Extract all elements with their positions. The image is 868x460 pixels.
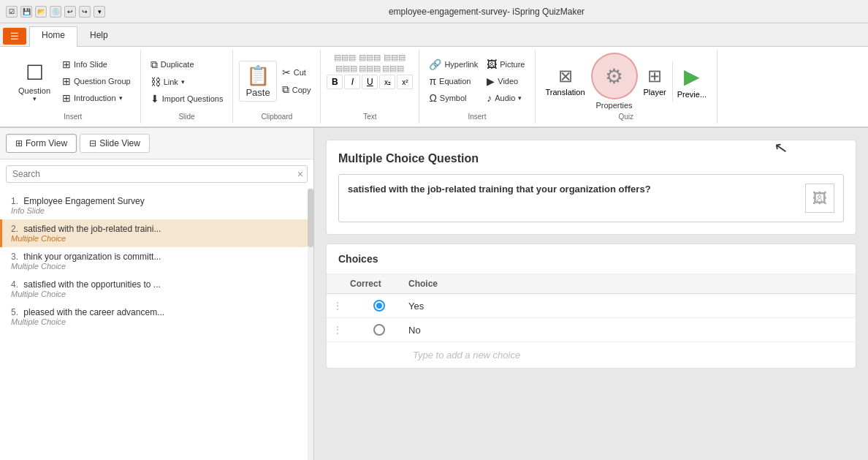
slide-items-col: ⧉ Duplicate ⛓ Link ▾ ⬇ Import Questions <box>147 56 227 107</box>
checkbox-icon[interactable]: ☑ <box>6 6 18 18</box>
radio-no[interactable] <box>373 324 385 336</box>
import-label: Import Questions <box>162 94 224 103</box>
underline-button[interactable]: U <box>362 75 378 89</box>
bold-button[interactable]: B <box>327 75 343 89</box>
paste-button[interactable]: 📋 Paste <box>239 61 276 102</box>
properties-label: Properties <box>595 101 632 110</box>
cut-button[interactable]: ✂ Cut <box>278 64 315 80</box>
slide-item-3[interactable]: 3. think your organization is committ...… <box>0 247 313 275</box>
quiz-group-content: ⊠ Translation ⚙ Properties ⊞ Player <box>541 53 712 110</box>
preview-button[interactable]: ▶ Previe... <box>672 61 711 102</box>
title-bar-controls: ☑ 💾 📂 💿 ↩ ↪ ▾ <box>6 6 105 18</box>
choices-header-drag <box>332 279 350 289</box>
slide-group-label: Slide <box>147 110 227 121</box>
add-choice-placeholder: Type to add a new choice <box>413 350 520 361</box>
import-questions-button[interactable]: ⬇ Import Questions <box>147 91 227 107</box>
search-clear-icon[interactable]: × <box>297 168 303 180</box>
clipboard-group-content: 📋 Paste ✂ Cut ⧉ Copy <box>239 53 314 110</box>
ribbon-group-clipboard: 📋 Paste ✂ Cut ⧉ Copy Clipboard <box>233 50 321 124</box>
question-group-icon: ⊞ <box>62 75 71 87</box>
disk-icon[interactable]: 💿 <box>50 6 61 18</box>
audio-label: Audio <box>495 94 515 102</box>
quiz-group-label: Quiz <box>541 110 712 121</box>
scrollbar-track <box>308 189 313 460</box>
question-group-label: Question Group <box>74 77 131 86</box>
drag-handle-no[interactable]: ⋮ <box>332 324 350 336</box>
radio-yes[interactable] <box>373 300 385 312</box>
add-choice-row[interactable]: Type to add a new choice <box>327 342 856 368</box>
tab-home[interactable]: Home <box>29 26 77 47</box>
video-button[interactable]: ▶ Video <box>483 73 528 89</box>
form-view-button[interactable]: ⊞ Form View <box>6 134 77 153</box>
equation-label: Equation <box>439 77 471 86</box>
slide-view-button[interactable]: ⊟ Slide View <box>80 134 150 153</box>
insert-media-col: 🔗 Hyperlink π Equation Ω Symbol <box>425 56 481 106</box>
tab-menu[interactable]: ☰ <box>3 28 26 45</box>
audio-dropdown-icon: ▾ <box>518 94 522 102</box>
slide-item-4[interactable]: 4. satisfied with the opportunities to .… <box>0 275 313 303</box>
search-input[interactable] <box>6 165 308 183</box>
info-slide-button[interactable]: ⊞ Info Slide <box>58 56 134 72</box>
ribbon-content: ☐ Question ▾ ⊞ Info Slide ⊞ Question Gro… <box>0 47 868 127</box>
introduction-label: Introduction <box>74 94 115 102</box>
correct-cell-yes[interactable] <box>350 300 408 312</box>
drag-handle-yes[interactable]: ⋮ <box>332 300 350 312</box>
slide-item-2[interactable]: 2. satisfied with the job-related traini… <box>0 219 313 247</box>
main-layout: ⊞ Form View ⊟ Slide View × 1. Employee E… <box>0 128 868 460</box>
image-icon: 🖼 <box>812 190 827 207</box>
scrollbar-thumb[interactable] <box>308 189 313 247</box>
slide-item-5[interactable]: 5. pleased with the career advancem... M… <box>0 303 313 331</box>
slide-item-1[interactable]: 1. Employee Engagement Survey Info Slide <box>0 192 313 219</box>
introduction-dropdown-icon: ▾ <box>119 94 123 102</box>
duplicate-button[interactable]: ⧉ Duplicate <box>147 56 227 73</box>
introduction-button[interactable]: ⊞ Introduction ▾ <box>58 90 134 106</box>
slide-num-1: 1. <box>11 196 18 206</box>
choices-header: Correct Choice <box>327 274 856 294</box>
question-icon: ☐ <box>26 61 44 85</box>
question-button[interactable]: ☐ Question ▾ <box>12 57 57 106</box>
link-button[interactable]: ⛓ Link ▾ <box>147 74 227 90</box>
redo-icon[interactable]: ↪ <box>79 6 91 18</box>
italic-button[interactable]: I <box>344 75 360 89</box>
properties-button[interactable]: ⚙ Properties <box>591 53 638 110</box>
subscript-button[interactable]: x₂ <box>379 75 395 89</box>
question-group-button[interactable]: ⊞ Question Group <box>58 73 134 89</box>
slide-subtitle-4: Multiple Choice <box>11 290 308 298</box>
symbol-button[interactable]: Ω Symbol <box>425 90 481 106</box>
introduction-icon: ⊞ <box>62 92 71 104</box>
correct-cell-no[interactable] <box>350 324 408 336</box>
open-icon[interactable]: 📂 <box>35 6 47 18</box>
question-text-area[interactable]: satisfied with the job-related training … <box>338 174 844 222</box>
insert-group-content: ☐ Question ▾ ⊞ Info Slide ⊞ Question Gro… <box>12 53 134 110</box>
picture-button[interactable]: 🖼 Picture <box>483 56 528 72</box>
copy-label: Copy <box>292 86 311 94</box>
save-icon[interactable]: 💾 <box>20 6 32 18</box>
video-icon: ▶ <box>487 75 495 87</box>
paste-label: Paste <box>245 87 270 98</box>
duplicate-label: Duplicate <box>161 60 194 69</box>
tab-help[interactable]: Help <box>77 26 121 46</box>
text-group-content: ▤▤▤ ▤▤▤ ▤▤▤ ▤▤▤ ▤▤▤ ▤▤▤ B I U x₂ x² <box>327 53 413 110</box>
undo-icon[interactable]: ↩ <box>64 6 76 18</box>
equation-button[interactable]: π Equation <box>425 73 481 89</box>
clipboard-items-col: ✂ Cut ⧉ Copy <box>278 64 315 98</box>
choices-header-choice: Choice <box>408 279 850 289</box>
video-label: Video <box>498 77 518 86</box>
hyperlink-button[interactable]: 🔗 Hyperlink <box>425 56 481 72</box>
audio-button[interactable]: ♪ Audio ▾ <box>483 90 528 106</box>
player-button[interactable]: ⊞ Player <box>639 63 671 99</box>
ribbon-group-text: ▤▤▤ ▤▤▤ ▤▤▤ ▤▤▤ ▤▤▤ ▤▤▤ B I U x₂ x² Text <box>321 50 419 124</box>
slide-subtitle-3: Multiple Choice <box>11 262 308 271</box>
copy-button[interactable]: ⧉ Copy <box>278 81 315 98</box>
properties-gear-icon: ⚙ <box>605 64 623 88</box>
symbol-icon: Ω <box>429 92 436 104</box>
ribbon-tabs: ☰ Home Help <box>0 23 868 47</box>
question-image-placeholder[interactable]: 🖼 <box>805 184 834 213</box>
hyperlink-icon: 🔗 <box>429 59 441 70</box>
translation-icon: ⊠ <box>558 66 573 86</box>
question-card: Multiple Choice Question satisfied with … <box>326 140 856 235</box>
translation-button[interactable]: ⊠ Translation <box>541 63 590 99</box>
choice-row-yes: ⋮ Yes <box>327 294 856 318</box>
customize-icon[interactable]: ▾ <box>94 6 105 18</box>
superscript-button[interactable]: x² <box>397 75 413 89</box>
